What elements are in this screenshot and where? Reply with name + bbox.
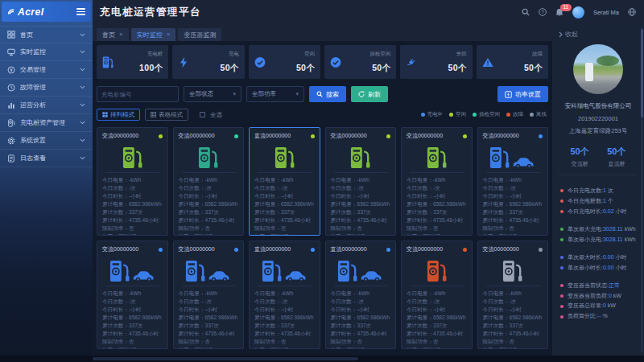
table-mode-button[interactable]: 表格模式 <box>145 109 188 121</box>
sidebar-item-8[interactable]: 日志查看 <box>0 150 93 167</box>
search-icon <box>316 91 323 97</box>
hamburger-menu-icon[interactable] <box>76 8 85 15</box>
pile-card-10[interactable]: 直流00000000今日电量：-kWh今日次数：-次今日时长：-小时累计电量：6… <box>325 241 397 349</box>
stat-line: 今日充电桩数: 1 个 <box>560 196 644 207</box>
collapse-panel-button[interactable]: 收起 <box>552 24 644 40</box>
sidebar-item-5[interactable]: 运营分析 <box>0 97 93 114</box>
plug-icon <box>406 56 417 68</box>
pile-card-title: 交流00000000 <box>331 132 367 140</box>
notification-badge: 11 <box>560 4 572 12</box>
chevron-down-icon <box>80 85 85 89</box>
stat-card-4[interactable]: 插枪空闲50个 <box>324 45 396 79</box>
sidebar-item-7[interactable]: 系统设置 <box>0 132 93 150</box>
main-content: 充电桩100个充电50个空闲50个插枪空闲50个失联50个故障50个 全部状态 … <box>93 41 552 356</box>
pile-card-8[interactable]: 交流00000000今日电量：-kWh今日次数：-次今日时长：-小时累计电量：6… <box>173 241 245 349</box>
tab-bar: 首页×实时监控×变压器监测 <box>93 24 552 41</box>
pile-stat-line: 累计时长：4735.46小时 <box>254 216 315 224</box>
check-circle-icon <box>254 56 266 68</box>
stat-line: 变压器总容量: 0 kW <box>560 301 644 311</box>
stat-card-2[interactable]: 充电50个 <box>172 45 244 79</box>
status-legend: 充电中空闲插枪空闲故障离线 <box>421 111 549 118</box>
tab-1[interactable]: 首页× <box>97 28 129 41</box>
stat-card-value: 50个 <box>448 63 467 72</box>
divider <box>258 172 312 173</box>
sidebar-item-2[interactable]: 实时监控 <box>0 43 93 61</box>
pile-card-4[interactable]: 交流00000000今日电量：-kWh今日次数：-次今日时长：-小时累计电量：6… <box>325 127 397 236</box>
tab-label: 实时监控 <box>137 31 163 39</box>
legend-dot-icon <box>530 113 534 117</box>
stat-line-value: 0.00 <box>603 253 614 263</box>
charging-pile-icon <box>407 257 467 282</box>
stat-line-label: 今日充电时长: <box>568 207 603 217</box>
vertical-scrollbar[interactable] <box>641 27 643 352</box>
stat-line-label: 变压器当前负荷: <box>568 291 609 302</box>
pile-stat-line: 限制功率：否 <box>179 338 239 346</box>
pile-card-5[interactable]: 交流00000000今日电量：-kWh今日次数：-次今日时长：-小时累计电量：6… <box>401 127 473 236</box>
pile-id-input[interactable] <box>97 86 179 102</box>
stat-line-value: 正常 <box>609 281 620 291</box>
pile-card-2[interactable]: 交流00000000今日电量：-kWh今日次数：-次今日时长：-小时累计电量：6… <box>173 127 245 236</box>
tab-2[interactable]: 实时监控× <box>131 28 176 41</box>
power-filter-select[interactable]: 全部功率 ▾ <box>246 86 304 102</box>
stat-card-3[interactable]: 空闲50个 <box>249 45 320 79</box>
close-icon[interactable]: × <box>167 31 171 38</box>
pile-card-12[interactable]: 交流00000000今日电量：-kWh今日次数：-次今日时长：-小时累计电量：6… <box>477 241 549 349</box>
pile-icon <box>102 56 114 68</box>
pile-card-1[interactable]: 交流00000000今日电量：-kWh今日次数：-次今日时长：-小时累计电量：6… <box>97 127 168 236</box>
pile-stat-line: 今日次数：-次 <box>331 184 391 192</box>
pile-card-7[interactable]: 交流00000000今日电量：-kWh今日次数：-次今日时长：-小时累计电量：6… <box>97 241 168 349</box>
tab-3[interactable]: 变压器监测 <box>178 28 221 41</box>
pile-card-title: 交流00000000 <box>407 245 443 253</box>
horizontal-scrollbar[interactable] <box>0 356 644 362</box>
pile-stat-line: 今日时长：-小时 <box>254 192 315 200</box>
stat-card-label: 空闲 <box>296 51 315 58</box>
avatar[interactable] <box>572 6 584 19</box>
stat-card-5[interactable]: 失联50个 <box>400 45 472 79</box>
pile-stat-line: 累计电量：6582.986kWh <box>407 200 467 208</box>
pile-stat-line: 累计次数：337次 <box>102 208 163 216</box>
search-icon[interactable] <box>522 8 530 16</box>
pile-card-title: 直流00000000 <box>254 245 291 253</box>
close-icon[interactable]: × <box>119 31 123 38</box>
status-dot-icon <box>539 134 543 138</box>
search-button[interactable]: 搜索 <box>309 86 346 102</box>
station-detail-panel: 收起 安科瑞电气股份有限公司 201902220001 上海嘉定育绿路253号 … <box>552 24 644 356</box>
power-setting-button[interactable]: 功率设置 <box>497 86 548 102</box>
sidebar-item-6[interactable]: 充电桩资产管理 <box>0 114 93 132</box>
pile-stat-line: 累计电量：6582.986kWh <box>331 314 391 322</box>
bullet-icon <box>560 200 564 203</box>
status-dot-icon <box>159 134 163 138</box>
sidebar-item-3[interactable]: 交易管理 <box>0 61 93 79</box>
select-all-checkbox[interactable] <box>200 112 205 117</box>
header: 充电桩运营管理平台 ? 11 Serati Ma <box>93 0 644 24</box>
bullet-icon <box>560 210 564 213</box>
pile-stat-line: 位置：厂区4号 <box>407 232 467 236</box>
notifications-bell-icon[interactable]: 11 <box>555 8 564 17</box>
pile-count-label: 交流桩 <box>571 160 589 168</box>
stat-line-unit: 小时 <box>614 263 627 274</box>
stat-line: 单次最小时长: 0.00 小时 <box>560 263 644 274</box>
list-mode-button[interactable]: 排列模式 <box>97 109 140 121</box>
pile-stat-line: 累计次数：337次 <box>254 322 315 330</box>
pile-stat-line: 位置：厂区4号 <box>331 346 391 349</box>
refresh-button[interactable]: 刷新 <box>351 86 388 102</box>
pile-card-9[interactable]: 直流00000000今日电量：-kWh今日次数：-次今日时长：-小时累计电量：6… <box>249 241 320 349</box>
pile-stat-line: 累计电量：6582.986kWh <box>179 314 239 322</box>
pile-card-title: 交流00000000 <box>483 132 519 140</box>
status-dot-icon <box>386 134 390 138</box>
chevron-down-icon <box>80 103 85 107</box>
stat-card-1[interactable]: 充电桩100个 <box>97 45 168 79</box>
scrollbar-thumb[interactable] <box>641 29 643 117</box>
stat-card-6[interactable]: 故障50个 <box>477 45 548 79</box>
help-icon[interactable]: ? <box>539 8 547 16</box>
sidebar-item-1[interactable]: 首页 <box>0 26 93 43</box>
pile-card-3[interactable]: 直流00000000今日电量：-kWh今日次数：-次今日时长：-小时累计电量：6… <box>249 127 320 236</box>
pile-card-6[interactable]: 交流00000000今日电量：-kWh今日次数：-次今日时长：-小时累计电量：6… <box>477 127 549 236</box>
status-filter-select[interactable]: 全部状态 ▾ <box>184 86 242 102</box>
scrollbar-thumb[interactable] <box>93 357 358 360</box>
sidebar-item-4[interactable]: 故障管理 <box>0 79 93 97</box>
pile-card-11[interactable]: 交流00000000今日电量：-kWh今日次数：-次今日时长：-小时累计电量：6… <box>401 241 473 349</box>
language-globe-icon[interactable] <box>628 8 636 16</box>
pile-stat-line: 累计次数：337次 <box>407 208 467 216</box>
pile-card-title: 交流00000000 <box>102 245 138 253</box>
